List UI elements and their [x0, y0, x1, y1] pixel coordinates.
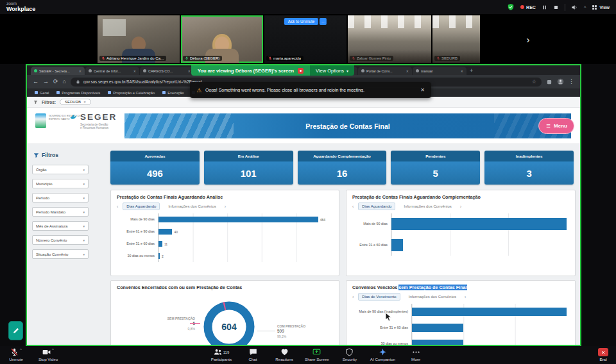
encryption-shield-icon[interactable]: [507, 3, 515, 11]
panel-tab[interactable]: Dias Aguardando: [123, 203, 160, 210]
bar: [391, 239, 403, 251]
sidebar-title-label: Filtros: [42, 152, 58, 158]
panel-tab[interactable]: Dias de Vencimento: [358, 293, 400, 301]
browser-menu-icon[interactable]: ⋮: [569, 79, 574, 85]
tab-close-icon[interactable]: ✕: [133, 69, 136, 73]
sidebar-title: Filtros: [33, 152, 104, 158]
tabs-next-icon[interactable]: ›: [465, 295, 466, 299]
filter-dropdown[interactable]: Situação Convênio▾: [32, 249, 89, 259]
filter-dropdown[interactable]: Período Mandato▾: [32, 207, 89, 217]
bar: [158, 217, 318, 222]
panel-tab[interactable]: Informações dos Convênios: [400, 203, 455, 210]
panel-title: Prestação de Contas Finais Aguardando Co…: [352, 194, 569, 200]
browser-tab[interactable]: CARGOS CO...✕: [140, 67, 194, 75]
new-tab-button[interactable]: +: [470, 67, 473, 75]
filter-chip-sedurb[interactable]: SEDURB✕: [60, 99, 91, 105]
video-tile[interactable]: Zaloar Gomes Pinto: [348, 15, 431, 63]
tabs-prev-icon[interactable]: ‹: [117, 204, 118, 209]
tab-close-icon[interactable]: ✕: [461, 69, 463, 73]
toolbar-stop-video[interactable]: ^Stop Video: [37, 348, 59, 361]
chevron-down-icon: ▾: [83, 182, 85, 186]
tab-favicon: [89, 69, 92, 72]
end-button[interactable]: End: [598, 348, 608, 361]
filters-label: Filtros:: [42, 100, 56, 104]
forward-icon[interactable]: →: [43, 79, 49, 85]
browser-tab[interactable]: manual✕: [413, 67, 466, 75]
chevron-up-icon[interactable]: ^: [584, 5, 586, 10]
filter-dropdown[interactable]: Período▾: [32, 193, 89, 203]
video-tile[interactable]: Ask to Unmute⋯maria.aparecida: [264, 15, 346, 63]
view-options-button[interactable]: View Options ▾: [310, 65, 354, 76]
filter-dropdown[interactable]: Número Convênio▾: [32, 235, 89, 245]
back-icon[interactable]: ←: [33, 79, 38, 85]
browser-tab[interactable]: Portal de Conv...✕: [358, 67, 412, 75]
kpi-value: 5: [391, 161, 480, 185]
next-videos-button[interactable]: ›: [522, 31, 534, 47]
tab-close-icon[interactable]: ✕: [406, 69, 409, 73]
bookmark-item[interactable]: Execução: [162, 91, 184, 95]
panel-tab[interactable]: Dias Aguardando: [358, 203, 395, 210]
bookmark-item[interactable]: Geral: [35, 91, 49, 95]
toolbar-reactions[interactable]: Reactions: [273, 348, 295, 361]
tabs-prev-icon[interactable]: ‹: [352, 204, 354, 209]
toolbar-ai-companion[interactable]: AI Companion: [370, 348, 395, 361]
toolbar-unmute[interactable]: ^Unmute: [5, 348, 27, 361]
bookmark-item[interactable]: Proposição e Celebração: [108, 91, 155, 95]
video-tile[interactable]: Adriano Henrique Jardim do Ca...: [98, 15, 180, 63]
audio-settings-icon[interactable]: [571, 4, 578, 11]
toolbar-label: AI Companion: [370, 357, 395, 361]
filter-dropdown[interactable]: Mês de Assinatura▾: [32, 221, 89, 231]
tab-title: Portal de Conv...: [366, 69, 404, 73]
panel-tab[interactable]: Informações dos Convênios: [164, 203, 219, 210]
chip-close-icon[interactable]: ✕: [83, 100, 86, 104]
browser-tab[interactable]: Central de Infor...✕: [85, 67, 139, 75]
video-strip: Adriano Henrique Jardim do Ca...Débora (…: [0, 14, 616, 64]
view-button[interactable]: View: [592, 4, 610, 10]
view-options-label: View Options: [316, 68, 344, 74]
tabs-next-icon[interactable]: ›: [225, 204, 226, 209]
view-label: View: [599, 5, 610, 10]
toolbar-share-screen[interactable]: Share Screen: [305, 348, 329, 361]
browser-tab[interactable]: SEGER - Secreta...✕: [31, 67, 85, 75]
chat-glyph: [249, 348, 257, 356]
toast-close-icon[interactable]: ✕: [420, 87, 425, 93]
menu-button[interactable]: Menu: [538, 118, 574, 134]
panel-tab[interactable]: Informações dos Convênios: [405, 293, 460, 301]
tabs-next-icon[interactable]: ›: [460, 204, 461, 209]
toolbar-participants[interactable]: 119Participants: [210, 348, 232, 361]
home-icon[interactable]: ⌂: [63, 79, 66, 85]
bookmark-star-icon[interactable]: ☆: [532, 79, 536, 85]
tab-close-icon[interactable]: ✕: [188, 69, 191, 73]
annotation-pencil-button[interactable]: [8, 321, 23, 340]
filter-label: Número Convênio: [36, 238, 67, 242]
pause-recording-icon[interactable]: [542, 4, 547, 10]
more-options-button[interactable]: ⋯: [320, 18, 327, 25]
toolbar-more[interactable]: More: [405, 348, 427, 361]
panel-tabs: ‹Dias AguardandoInformações dos Convênio…: [117, 203, 333, 210]
extensions-icon[interactable]: [546, 79, 552, 85]
video-tile[interactable]: Débora (SEGER): [181, 15, 263, 63]
chevron-up-icon[interactable]: ^: [20, 348, 22, 352]
toolbar-security[interactable]: Security: [339, 348, 361, 361]
ask-to-unmute-button[interactable]: Ask to Unmute: [284, 18, 318, 25]
kpi-card: Inadimplentes3: [484, 151, 574, 185]
bookmark-label: Execução: [167, 91, 184, 95]
profile-avatar[interactable]: [557, 78, 564, 85]
kpi-value: 16: [298, 161, 387, 185]
heart-icon: [280, 348, 289, 356]
filter-dropdown[interactable]: Órgão▾: [32, 165, 89, 174]
reload-icon[interactable]: ⟳: [53, 79, 58, 85]
chevron-up-icon[interactable]: ^: [52, 348, 54, 352]
stop-recording-icon[interactable]: [553, 4, 559, 10]
screen-share-banner: You are viewing Débora (SEGER)'s screen …: [191, 65, 354, 76]
filter-dropdown-list: Órgão▾Município▾Período▾Período Mandato▾…: [32, 165, 104, 259]
bookmark-item[interactable]: Programas Disponíveis: [56, 91, 100, 95]
bar-track: [411, 336, 567, 345]
dots-glyph: [412, 348, 420, 356]
video-tile[interactable]: SEDURB: [432, 15, 480, 63]
slice-value: 599: [277, 329, 305, 335]
tab-close-icon[interactable]: ✕: [79, 69, 81, 73]
toolbar-chat[interactable]: Chat: [242, 348, 264, 361]
tabs-prev-icon[interactable]: ‹: [352, 295, 354, 299]
filter-dropdown[interactable]: Município▾: [32, 179, 89, 188]
